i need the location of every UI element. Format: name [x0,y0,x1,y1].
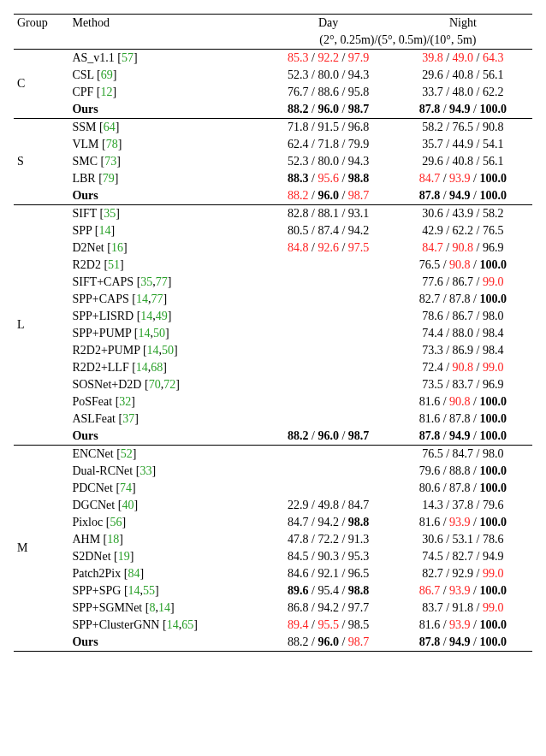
day-cell: 88.2 / 96.0 / 98.7 [264,187,394,205]
results-table: Group Method Day Night (2°, 0.25m)/(5°, … [14,14,532,652]
night-cell: 33.7 / 48.0 / 62.2 [394,84,532,101]
group-label: L [14,205,68,446]
day-cell: 80.5 / 87.4 / 94.2 [264,222,394,239]
table-row: Ours88.2 / 96.0 / 98.787.8 / 94.9 / 100.… [14,187,532,205]
day-cell: 47.8 / 72.2 / 91.3 [264,531,394,548]
day-cell: 62.4 / 71.8 / 79.9 [264,136,394,153]
night-cell: 30.6 / 43.9 / 58.2 [394,205,532,223]
night-cell: 84.7 / 93.9 / 100.0 [394,170,532,187]
day-cell [264,274,394,291]
table-row: Ours88.2 / 96.0 / 98.787.8 / 94.9 / 100.… [14,634,532,652]
method-cell: Ours [68,187,263,205]
day-cell [264,325,394,342]
method-cell: AHM [18] [68,531,263,548]
night-cell: 76.5 / 90.8 / 100.0 [394,257,532,274]
day-cell: 22.9 / 49.8 / 84.7 [264,497,394,514]
method-cell: R2D2+LLF [14,68] [68,359,263,376]
night-cell: 72.4 / 90.8 / 99.0 [394,359,532,376]
method-cell: SMC [73] [68,153,263,170]
day-cell [264,291,394,308]
method-cell: SSM [64] [68,119,263,137]
method-cell: D2Net [16] [68,239,263,257]
day-cell: 88.2 / 96.0 / 98.7 [264,101,394,119]
table-row: R2D2 [51]76.5 / 90.8 / 100.0 [14,257,532,274]
day-cell [264,376,394,393]
method-cell: ASLFeat [37] [68,410,263,428]
table-row: PoSFeat [32]81.6 / 90.8 / 100.0 [14,393,532,410]
method-cell: SPP+SGMNet [8,14] [68,599,263,617]
method-cell: VLM [78] [68,136,263,153]
method-cell: CSL [69] [68,67,263,84]
method-cell: S2DNet [19] [68,548,263,565]
night-cell: 74.4 / 88.0 / 98.4 [394,325,532,342]
table-row: LBR [79]88.3 / 95.6 / 98.884.7 / 93.9 / … [14,170,532,187]
table-row: CAS_v1.1 [57]85.3 / 92.2 / 97.939.8 / 49… [14,50,532,68]
col-night-header: Night [394,15,532,32]
method-cell: ENCNet [52] [68,446,263,464]
table-row: CSL [69]52.3 / 80.0 / 94.329.6 / 40.8 / … [14,67,532,84]
col-day-header: Day [264,15,394,32]
method-cell: Dual-RCNet [33] [68,463,263,480]
day-cell [264,342,394,359]
night-cell: 78.6 / 86.7 / 98.0 [394,308,532,325]
table-row: LSIFT [35]82.8 / 88.1 / 93.130.6 / 43.9 … [14,205,532,223]
method-cell: SIFT+CAPS [35,77] [68,274,263,291]
method-cell: LBR [79] [68,170,263,187]
col-method-header: Method [68,15,263,32]
night-cell: 76.5 / 84.7 / 98.0 [394,446,532,464]
table-row: SIFT+CAPS [35,77]77.6 / 86.7 / 99.0 [14,274,532,291]
day-cell [264,257,394,274]
table-row: SPP+PUMP [14,50]74.4 / 88.0 / 98.4 [14,325,532,342]
table-row: SPP+ClusterGNN [14,65]89.4 / 95.5 / 98.5… [14,617,532,634]
night-cell: 30.6 / 53.1 / 78.6 [394,531,532,548]
day-cell: 89.4 / 95.5 / 98.5 [264,617,394,634]
night-cell: 81.6 / 90.8 / 100.0 [394,393,532,410]
table-row: Patch2Pix [84]84.6 / 92.1 / 96.582.7 / 9… [14,565,532,582]
method-cell: SIFT [35] [68,205,263,223]
method-cell: SPP [14] [68,222,263,239]
day-cell [264,446,394,464]
night-cell: 29.6 / 40.8 / 56.1 [394,153,532,170]
header-row-1: Group Method Day Night [14,15,532,32]
table-row: S2DNet [19]84.5 / 90.3 / 95.374.5 / 82.7… [14,548,532,565]
group-label: C [14,50,68,119]
table-row: SPP+CAPS [14,77]82.7 / 87.8 / 100.0 [14,291,532,308]
night-cell: 83.7 / 91.8 / 99.0 [394,599,532,617]
table-row: MENCNet [52]76.5 / 84.7 / 98.0 [14,446,532,464]
night-cell: 73.3 / 86.9 / 98.4 [394,342,532,359]
night-cell: 77.6 / 86.7 / 99.0 [394,274,532,291]
day-cell [264,393,394,410]
night-cell: 84.7 / 90.8 / 96.9 [394,239,532,257]
day-cell: 88.3 / 95.6 / 98.8 [264,170,394,187]
night-cell: 87.8 / 94.9 / 100.0 [394,187,532,205]
method-cell: Patch2Pix [84] [68,565,263,582]
group-label: M [14,446,68,652]
table-row: SPP+SGMNet [8,14]86.8 / 94.2 / 97.783.7 … [14,599,532,617]
method-cell: DGCNet [40] [68,497,263,514]
header-row-2: (2°, 0.25m)/(5°, 0.5m)/(10°, 5m) [14,32,532,50]
day-cell [264,463,394,480]
table-row: Ours88.2 / 96.0 / 98.787.8 / 94.9 / 100.… [14,101,532,119]
method-cell: SPP+CAPS [14,77] [68,291,263,308]
day-cell: 85.3 / 92.2 / 97.9 [264,50,394,68]
table-row: Pixloc [56]84.7 / 94.2 / 98.881.6 / 93.9… [14,514,532,531]
night-cell: 81.6 / 93.9 / 100.0 [394,617,532,634]
night-cell: 81.6 / 93.9 / 100.0 [394,514,532,531]
night-cell: 29.6 / 40.8 / 56.1 [394,67,532,84]
day-cell: 52.3 / 80.0 / 94.3 [264,67,394,84]
night-cell: 14.3 / 37.8 / 79.6 [394,497,532,514]
method-cell: R2D2+PUMP [14,50] [68,342,263,359]
table-row: SMC [73]52.3 / 80.0 / 94.329.6 / 40.8 / … [14,153,532,170]
night-cell: 80.6 / 87.8 / 100.0 [394,480,532,497]
night-cell: 79.6 / 88.8 / 100.0 [394,463,532,480]
method-cell: AS_v1.1 [57] [68,50,263,68]
night-cell: 81.6 / 87.8 / 100.0 [394,410,532,428]
day-cell [264,308,394,325]
method-cell: SPP+LISRD [14,49] [68,308,263,325]
method-cell: PoSFeat [32] [68,393,263,410]
group-label: S [14,119,68,205]
night-cell: 74.5 / 82.7 / 94.9 [394,548,532,565]
night-cell: 82.7 / 87.8 / 100.0 [394,291,532,308]
table-row: CPF [12]76.7 / 88.6 / 95.833.7 / 48.0 / … [14,84,532,101]
day-cell: 84.7 / 94.2 / 98.8 [264,514,394,531]
